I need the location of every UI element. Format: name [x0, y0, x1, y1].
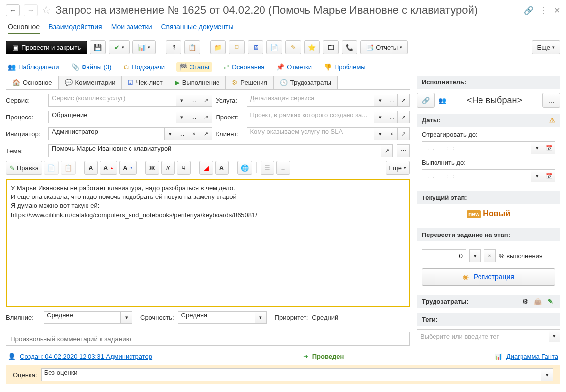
service-more[interactable]: … [188, 94, 200, 107]
color-btn[interactable]: ◢ [199, 161, 213, 175]
more-button[interactable]: Еще▾ [532, 40, 560, 54]
tab-labor[interactable]: 🕓Трудозатраты [273, 76, 338, 89]
post-close-button[interactable]: ▣ Провести и закрыть [6, 41, 87, 54]
project-more[interactable]: … [386, 111, 398, 123]
service-field[interactable]: Сервис (комплекс услуг) [48, 94, 176, 107]
reports-button[interactable]: 📑Отчеты▾ [360, 40, 408, 54]
usluga-more[interactable]: … [386, 94, 398, 107]
nav-fwd[interactable]: → [24, 4, 38, 16]
tab-solutions[interactable]: ⚙Решения [225, 76, 273, 89]
created-link[interactable]: Создан: 04.02.2020 12:03:31 Администрато… [20, 353, 152, 360]
tb-btn-6[interactable]: ⭐ [304, 40, 320, 54]
subject-open[interactable]: ↗ [381, 144, 393, 157]
client-open[interactable]: ↗ [398, 127, 410, 140]
process-drop[interactable]: ▾ [176, 111, 188, 123]
tb-btn-4[interactable]: 📄 [266, 40, 282, 54]
process-field[interactable]: Обращение [48, 111, 176, 123]
gantt-link[interactable]: Диаграмма Ганта [506, 353, 558, 360]
influence-field[interactable]: Среднее [44, 311, 121, 324]
progress-clear[interactable]: × [484, 249, 496, 262]
save-button[interactable]: 💾 [90, 40, 106, 54]
tb-btn-1[interactable]: 📁 [210, 40, 226, 54]
bold-btn[interactable]: Ж [145, 161, 159, 175]
edit-button[interactable]: ✎Правка [6, 161, 42, 175]
files-link[interactable]: 📎Файлы (3) [71, 63, 112, 71]
paste-btn[interactable]: 📋 [61, 161, 76, 175]
link-btn[interactable]: 🌐 [237, 161, 252, 175]
watchers-link[interactable]: 👥Наблюдатели [8, 63, 59, 71]
service-open[interactable]: ↗ [200, 94, 212, 107]
tab-exec[interactable]: ▶Выполнение [169, 76, 226, 89]
assignee-more-btn[interactable]: … [542, 93, 560, 108]
font-dec[interactable]: A▼ [119, 161, 136, 175]
due-cal[interactable]: 📅 [543, 169, 555, 182]
initiator-clear[interactable]: × [188, 127, 200, 140]
top-tab-main[interactable]: Основное [8, 23, 40, 34]
star-icon[interactable]: ☆ [42, 4, 51, 17]
usluga-drop[interactable]: ▾ [374, 94, 386, 107]
influence-drop[interactable]: ▾ [121, 311, 132, 324]
list-ol-btn[interactable]: ≡ [276, 161, 290, 175]
copy-btn[interactable]: 📄 [44, 161, 59, 175]
copy-button[interactable]: 📋 [184, 40, 200, 54]
initiator-field[interactable]: Администратор [48, 127, 165, 140]
approve-button[interactable]: ✔▾ [109, 40, 130, 54]
italic-btn[interactable]: К [161, 161, 175, 175]
print-button[interactable]: 🖨 [166, 40, 181, 54]
top-tab-inter[interactable]: Взаимодействия [48, 23, 102, 34]
register-button[interactable]: ◉Регистрация [422, 268, 555, 286]
client-drop[interactable]: ▾ [374, 127, 386, 140]
color2-btn[interactable]: A [215, 161, 229, 175]
nav-back[interactable]: ← [6, 4, 20, 16]
project-open[interactable]: ↗ [398, 111, 410, 123]
project-field[interactable]: Проект, в рамках которого создано за... [247, 111, 375, 123]
react-drop[interactable]: ▾ [531, 141, 543, 154]
client-field[interactable]: Кому оказываем услугу по SLA [247, 127, 375, 140]
tb-btn-2[interactable]: ⧉ [229, 40, 245, 54]
underline-btn[interactable]: Ч [177, 161, 191, 175]
tab-main[interactable]: 🏠Основное [6, 76, 59, 89]
font-inc[interactable]: A▲ [100, 161, 117, 175]
tb-btn-7[interactable]: 🗔 [323, 40, 339, 54]
stages-link[interactable]: 🏁Этапы [176, 62, 212, 72]
process-open[interactable]: ↗ [200, 111, 212, 123]
menu-icon[interactable]: ⋮ [540, 6, 548, 15]
top-tab-notes[interactable]: Мои заметки [111, 23, 152, 34]
marks-link[interactable]: 📌Отметки [276, 63, 312, 71]
tab-comments[interactable]: 💬Комментарии [58, 76, 122, 89]
initiator-drop[interactable]: ▾ [165, 127, 176, 140]
close-icon[interactable]: ✕ [554, 6, 560, 15]
font-btn[interactable]: A [84, 161, 98, 175]
urgency-drop[interactable]: ▾ [255, 311, 267, 324]
urgency-field[interactable]: Средняя [178, 311, 255, 324]
tb-btn-5[interactable]: ✎ [285, 40, 301, 54]
more-fmt-btn[interactable]: Еще▾ [386, 161, 410, 175]
bases-link[interactable]: ⇄Основания [224, 63, 265, 71]
rating-field[interactable]: Без оценки [41, 368, 541, 381]
problems-link[interactable]: 👎Проблемы [324, 63, 366, 71]
progress-drop[interactable]: ▾ [469, 249, 481, 262]
subtasks-link[interactable]: 🗂Подзадачи [123, 63, 165, 71]
due-drop[interactable]: ▾ [531, 169, 543, 182]
react-cal[interactable]: 📅 [543, 141, 555, 154]
labor-ic3[interactable]: ✎ [548, 298, 553, 305]
rating-drop[interactable]: ▾ [541, 368, 553, 381]
due-input[interactable] [422, 169, 531, 182]
process-more[interactable]: … [188, 111, 200, 123]
chart-button[interactable]: 📊▾ [132, 40, 156, 54]
tb-btn-3[interactable]: 🖥 [248, 40, 263, 54]
tb-btn-8[interactable]: 📞 [342, 40, 357, 54]
tags-drop[interactable]: ▾ [549, 329, 560, 342]
usluga-field[interactable]: Детализация сервиса [247, 94, 375, 107]
comment-input[interactable] [6, 332, 410, 346]
subject-extra[interactable]: ⋯ [397, 144, 410, 157]
subject-field[interactable]: Помочь Марье Ивановне с клавиатурой [48, 144, 381, 157]
client-clear[interactable]: × [386, 127, 398, 140]
list-ul-btn[interactable]: ☰ [261, 161, 274, 175]
progress-input[interactable] [422, 249, 466, 262]
usluga-open[interactable]: ↗ [398, 94, 410, 107]
initiator-more[interactable]: … [176, 127, 188, 140]
tab-checklist[interactable]: ☑Чек-лист [121, 76, 169, 89]
service-drop[interactable]: ▾ [176, 94, 188, 107]
link-assignee-btn[interactable]: 🔗 [417, 93, 435, 108]
